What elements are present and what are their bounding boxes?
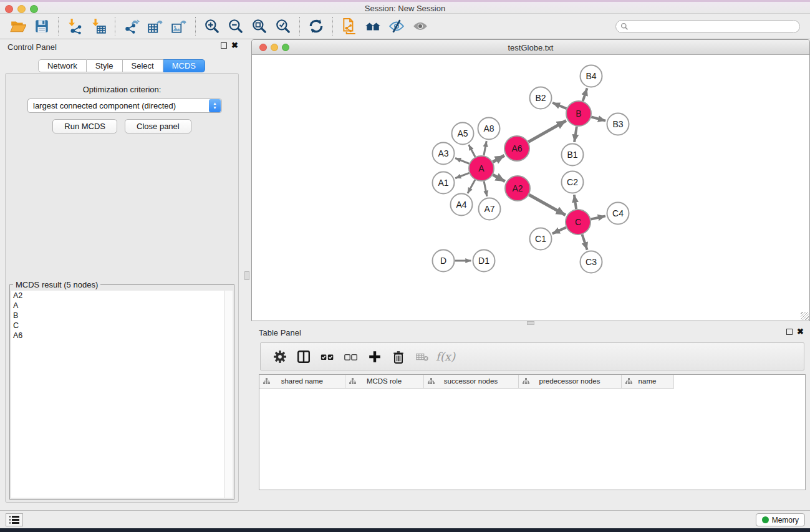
result-list-item[interactable]: A6 xyxy=(11,331,224,341)
export-image-button[interactable] xyxy=(167,16,191,36)
column-header-mcds-role[interactable]: MCDS role xyxy=(345,375,423,388)
edge-A2-C[interactable] xyxy=(529,195,566,215)
window-title: Session: New Session xyxy=(0,4,810,13)
edge-C-C1[interactable] xyxy=(552,228,566,234)
edge-A-A8[interactable] xyxy=(484,141,486,155)
graph-node-D1[interactable]: D1 xyxy=(473,250,495,272)
graph-node-D[interactable]: D xyxy=(433,250,455,272)
result-list-scrollbar[interactable] xyxy=(224,291,233,498)
graph-node-A3[interactable]: A3 xyxy=(433,143,455,165)
close-panel-icon[interactable]: ✖ xyxy=(231,42,238,49)
column-header-name[interactable]: name xyxy=(621,375,673,388)
graph-node-A8[interactable]: A8 xyxy=(478,118,500,140)
show-column-button[interactable] xyxy=(293,346,314,367)
eye-slash-icon xyxy=(388,18,405,34)
result-list-item[interactable]: C xyxy=(11,321,224,331)
tab-mcds[interactable]: MCDS xyxy=(163,59,205,72)
edge-A-A2[interactable] xyxy=(493,175,504,181)
graph-node-C[interactable]: C xyxy=(566,210,591,235)
task-history-button[interactable] xyxy=(6,513,23,526)
tab-network[interactable]: Network xyxy=(38,59,87,72)
graph-node-B[interactable]: B xyxy=(566,101,591,126)
zoom-fit-icon xyxy=(251,18,268,34)
window-titlebar[interactable]: Session: New Session xyxy=(0,0,810,14)
new-network-from-file-button[interactable] xyxy=(337,16,361,36)
edge-A6-B[interactable] xyxy=(528,120,566,142)
svg-text:A: A xyxy=(478,163,485,173)
deselect-all-button[interactable] xyxy=(340,346,361,367)
graph-node-B4[interactable]: B4 xyxy=(581,65,602,87)
graphics-details-button[interactable] xyxy=(385,16,408,36)
window-resize-grip[interactable] xyxy=(801,312,809,320)
zoom-in-button[interactable] xyxy=(200,16,224,36)
edge-C-C3[interactable] xyxy=(582,235,587,250)
result-list-item[interactable]: A2 xyxy=(11,291,224,301)
memory-button[interactable]: Memory xyxy=(756,513,805,526)
result-list-item[interactable]: A xyxy=(11,301,224,311)
mcds-result-group: MCDS result (5 nodes) A2ABCA6 xyxy=(9,284,234,500)
houses-button[interactable] xyxy=(361,16,385,36)
birds-eye-view-button[interactable] xyxy=(408,16,432,36)
import-network-button[interactable] xyxy=(63,16,87,36)
zoom-out-button[interactable] xyxy=(224,16,248,36)
graph-node-C3[interactable]: C3 xyxy=(581,251,602,273)
svg-text:D: D xyxy=(440,256,446,266)
graph-node-C4[interactable]: C4 xyxy=(607,203,629,225)
graph-node-A1[interactable]: A1 xyxy=(433,172,455,194)
edge-C-C4[interactable] xyxy=(591,216,605,219)
close-panel-button[interactable]: Close panel xyxy=(125,119,191,133)
export-network-button[interactable] xyxy=(120,16,143,36)
export-table-button[interactable] xyxy=(143,16,167,36)
split-divider-handle[interactable] xyxy=(244,271,249,280)
svg-text:A7: A7 xyxy=(484,204,494,214)
float-table-panel-icon[interactable] xyxy=(786,329,793,335)
column-header-predecessor-nodes[interactable]: predecessor nodes xyxy=(518,375,621,388)
column-header-shared-name[interactable]: shared name xyxy=(259,375,345,388)
save-session-button[interactable] xyxy=(30,16,54,36)
network-canvas[interactable]: B4B2BB3A8A5A6A3B1AC2A1A2A4A7C4CC1C3DD1 xyxy=(252,55,809,321)
network-window-titlebar[interactable]: testGlobe.txt xyxy=(252,40,809,55)
open-file-button[interactable] xyxy=(6,16,30,36)
import-table-button[interactable] xyxy=(87,16,110,36)
float-panel-icon[interactable] xyxy=(221,42,227,49)
search-input[interactable] xyxy=(629,22,795,31)
graph-node-A6[interactable]: A6 xyxy=(504,136,529,161)
run-mcds-button[interactable]: Run MCDS xyxy=(52,119,117,133)
graph-node-B3[interactable]: B3 xyxy=(607,114,629,135)
graph-node-C1[interactable]: C1 xyxy=(530,228,552,250)
close-table-panel-icon[interactable]: ✖ xyxy=(797,329,804,335)
control-panel: Control Panel ✖ NetworkStyleSelectMCDS O… xyxy=(0,39,243,510)
refresh-button[interactable] xyxy=(304,16,328,36)
graph-node-A7[interactable]: A7 xyxy=(479,198,501,220)
zoom-selected-button[interactable] xyxy=(271,16,295,36)
edge-A-A5[interactable] xyxy=(469,145,475,157)
table-settings-button[interactable] xyxy=(269,346,290,367)
column-header-successor-nodes[interactable]: successor nodes xyxy=(423,375,518,388)
select-all-button[interactable] xyxy=(317,346,337,367)
graph-node-A5[interactable]: A5 xyxy=(452,123,474,145)
search-field[interactable] xyxy=(615,20,800,33)
edge-C-C2[interactable] xyxy=(574,195,576,209)
tab-style[interactable]: Style xyxy=(87,59,123,72)
edge-A-A4[interactable] xyxy=(468,180,475,193)
graph-node-B1[interactable]: B1 xyxy=(562,144,584,166)
graph-node-B2[interactable]: B2 xyxy=(530,87,552,109)
zoom-fit-button[interactable] xyxy=(248,16,271,36)
add-column-button[interactable] xyxy=(364,346,385,367)
edge-A-A3[interactable] xyxy=(455,158,469,164)
edge-B-B4[interactable] xyxy=(583,88,587,101)
graph-node-A[interactable]: A xyxy=(469,156,494,181)
edge-B-B1[interactable] xyxy=(574,127,577,142)
edge-A-A1[interactable] xyxy=(455,173,469,178)
graph-node-C2[interactable]: C2 xyxy=(562,172,584,193)
edge-B-B3[interactable] xyxy=(591,117,605,120)
edge-A-A7[interactable] xyxy=(484,181,487,196)
graph-node-A4[interactable]: A4 xyxy=(451,194,473,216)
graph-node-A2[interactable]: A2 xyxy=(505,176,530,201)
tab-select[interactable]: Select xyxy=(123,59,163,72)
result-list-item[interactable]: B xyxy=(11,311,224,321)
criterion-dropdown[interactable]: largest connected component (directed) ▲… xyxy=(27,99,222,113)
delete-column-button[interactable] xyxy=(388,346,408,367)
edge-B-B2[interactable] xyxy=(552,103,567,109)
edge-A-A6[interactable] xyxy=(493,155,504,162)
